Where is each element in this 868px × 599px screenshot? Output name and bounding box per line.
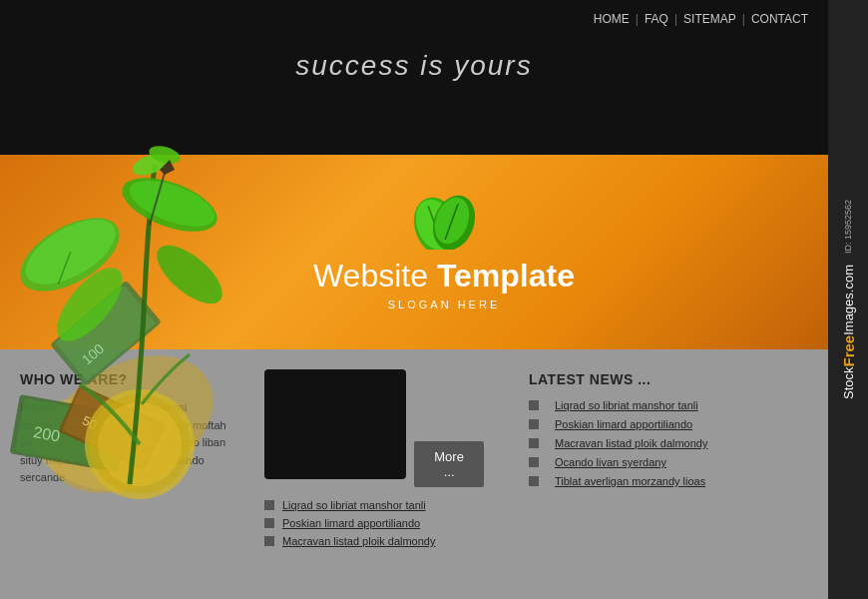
svg-point-20 — [148, 235, 231, 313]
watermark-id: ID: 15952562 — [843, 200, 853, 254]
list-item: Ocando livan syerdany — [529, 456, 783, 468]
svg-point-18 — [124, 171, 220, 236]
list-item: Poskian limard apportiliando — [529, 418, 783, 430]
who-we-are-section: WHO WE ARE? In tawersd madelande laferd … — [0, 349, 249, 599]
video-box — [264, 369, 406, 479]
more-button[interactable]: More ... — [414, 441, 484, 487]
tagline: success is yours — [0, 50, 828, 82]
news-link-2[interactable]: Poskian limard apportiliando — [555, 418, 692, 430]
latest-news-section: LATEST NEWS ... Liqrad so libriat mansho… — [519, 349, 798, 599]
who-we-are-body: In tawersd madelande laferd lamsi laberh… — [20, 399, 229, 487]
list-item: Poskian limard apportiliando — [264, 517, 504, 529]
banner: 100 200 50 — [0, 155, 828, 349]
list-bullet — [529, 400, 539, 410]
news-link-4[interactable]: Ocando livan syerdany — [555, 456, 666, 468]
list-bullet — [529, 438, 539, 448]
content-area: WHO WE ARE? In tawersd madelande laferd … — [0, 349, 828, 599]
latest-news-heading: LATEST NEWS ... — [529, 371, 783, 387]
list-bullet — [529, 419, 539, 429]
list-item: Liqrad so libriat manshor tanli — [529, 399, 783, 411]
svg-point-14 — [8, 203, 131, 305]
svg-point-17 — [115, 167, 223, 243]
header: HOME | FAQ | SITEMAP | CONTACT success i… — [0, 0, 828, 155]
banner-slogan: SLOGAN HERE — [388, 299, 500, 310]
list-item: Tiblat averligan morzandy lioas — [529, 475, 783, 487]
news-link-1[interactable]: Liqrad so libriat manshor tanli — [555, 399, 698, 411]
center-link-list: Liqrad so libriat manshor tanli Poskian … — [264, 499, 504, 553]
svg-point-15 — [15, 206, 126, 298]
nav-contact[interactable]: CONTACT — [751, 12, 808, 26]
who-we-are-heading: WHO WE ARE? — [20, 371, 229, 387]
news-link-5[interactable]: Tiblat averligan morzandy lioas — [555, 475, 705, 487]
nav-sitemap[interactable]: SITEMAP — [683, 12, 736, 26]
banner-center: Website Template SLOGAN HERE — [313, 195, 575, 310]
nav-home[interactable]: HOME — [594, 12, 630, 26]
banner-title: Website Template — [313, 258, 575, 295]
svg-marker-23 — [160, 160, 175, 175]
watermark-text: StockFreeImages.com — [840, 265, 857, 399]
center-link-2[interactable]: Poskian limard apportiliando — [282, 517, 420, 529]
svg-point-21 — [130, 150, 170, 179]
center-link-3[interactable]: Macravan listad ploik dalmondy — [282, 535, 435, 547]
watermark-sidebar: ID: 15952562 StockFreeImages.com — [828, 0, 868, 599]
list-item: Liqrad so libriat manshor tanli — [264, 499, 504, 511]
list-bullet — [264, 536, 274, 546]
svg-line-16 — [47, 252, 81, 285]
logo-leaf — [409, 195, 479, 250]
svg-line-24 — [150, 173, 165, 225]
news-link-3[interactable]: Macravan listad ploik dalmondy — [555, 437, 707, 449]
list-bullet — [529, 476, 539, 486]
navigation: HOME | FAQ | SITEMAP | CONTACT — [594, 12, 808, 26]
list-item: Macravan listad ploik dalmondy — [529, 437, 783, 449]
news-list: Liqrad so libriat manshor tanli Poskian … — [529, 399, 783, 487]
list-item: Macravan listad ploik dalmondy — [264, 535, 504, 547]
nav-faq[interactable]: FAQ — [645, 12, 668, 26]
list-bullet — [264, 500, 274, 510]
center-section: More ... Liqrad so libriat manshor tanli… — [249, 349, 519, 599]
list-bullet — [264, 518, 274, 528]
center-link-1[interactable]: Liqrad so libriat manshor tanli — [282, 499, 426, 511]
list-bullet — [529, 457, 539, 467]
svg-point-19 — [46, 258, 134, 352]
